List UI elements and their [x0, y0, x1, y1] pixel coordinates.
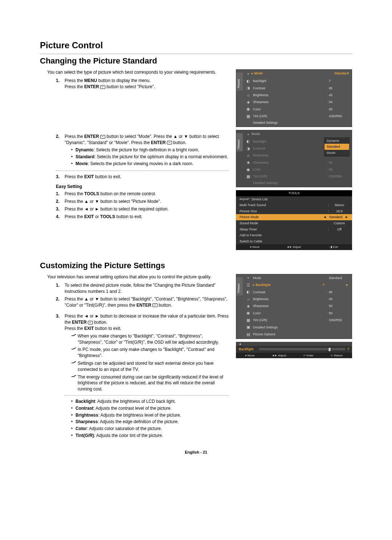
mode-dropdown[interactable]: Dynamic Standard Movie	[324, 138, 350, 156]
tint-row[interactable]: ▦Tint (G/R): G50/R50	[236, 113, 352, 120]
detailed-row[interactable]: Detailed Settings	[236, 120, 352, 126]
svg-text:Picture: Picture	[237, 79, 240, 88]
section2-intro: Your television has several setting opti…	[47, 274, 229, 280]
osd-backlight-selected: Picture ▪Mode: Standard ☰▸ Backlight: 7►…	[236, 274, 352, 339]
dropdown-dynamic[interactable]: Dynamic	[324, 138, 349, 144]
dropdown-movie[interactable]: Movie	[324, 150, 349, 156]
sleep-row[interactable]: Sleep Timer:Off	[236, 226, 352, 233]
picsize-row[interactable]: Picture Size:16:9	[236, 208, 352, 214]
osd-picture-menu: Picture ▪▸ Mode:Standard ◐Backlight: 7 ◑…	[236, 69, 352, 127]
section2-body: Your television has several setting opti…	[40, 274, 352, 441]
device-list-row[interactable]: Anynet⁺Device List	[236, 196, 352, 202]
picture-tab: Picture	[236, 73, 243, 91]
soundmode-row[interactable]: Sound ModeCustom	[236, 220, 352, 226]
page: Picture Control Changing the Picture Sta…	[40, 39, 352, 455]
enter-icon: ↵	[167, 141, 172, 144]
note-icon	[71, 360, 78, 373]
page-footer: English - 21	[40, 450, 352, 455]
enter-icon: ↵	[100, 85, 105, 89]
dropdown-standard[interactable]: Standard	[324, 144, 349, 150]
section1-heading: Changing the Picture Standard	[40, 56, 352, 67]
step-3: 3.Press the EXIT button to exit.	[56, 174, 229, 180]
mode-header[interactable]: ▪▸ Mode:Standard	[236, 70, 352, 77]
picmode-row[interactable]: Picture Mode◄Standard►	[236, 214, 352, 220]
enter-icon: ↵	[100, 135, 105, 139]
main-title: Picture Control	[40, 39, 352, 52]
fav-row[interactable]: Add to Favorite	[236, 232, 352, 238]
step-1: 1.Press the MENU button to display the m…	[56, 78, 229, 90]
backlight-slider[interactable]: ▲ Backlight7 ♦ Move ◄► Adjust ↵ Enter ↩ …	[236, 342, 352, 358]
contrast-row[interactable]: ◑Contrast: 95	[236, 85, 352, 91]
svg-text:Picture: Picture	[237, 283, 240, 292]
osd-mode-popup: Picture ▪Mode ◐Backlight ◑Contrast ☼Brig…	[236, 130, 352, 187]
color-row[interactable]: ◉Color: 50	[236, 106, 352, 112]
sharpness-row[interactable]: ◈Sharpness: 50	[236, 99, 352, 106]
divider	[40, 54, 352, 54]
note-icon	[71, 333, 78, 345]
step-2: 2.Press the ENTER ↵ button to select "Mo…	[56, 134, 229, 146]
backlight-selected-row[interactable]: ☰▸ Backlight: 7►	[236, 282, 352, 289]
section1-body: You can select the type of picture which…	[40, 69, 352, 253]
slider-track[interactable]	[259, 348, 345, 350]
section2-heading: Customizing the Picture Settings	[40, 260, 352, 271]
cable-row[interactable]: Switch to Cable	[236, 238, 352, 245]
enter-icon: ↵	[88, 321, 93, 324]
enter-icon: ↵	[152, 303, 158, 307]
svg-text:Picture: Picture	[237, 139, 240, 148]
mts-row[interactable]: Multi-Track Sound:Stereo	[236, 202, 352, 208]
backlight-row[interactable]: ◐Backlight: 7	[236, 78, 352, 85]
tools-title: TOOLS	[236, 190, 352, 196]
brightness-row[interactable]: ☼Brightness: 45	[236, 92, 352, 99]
note-icon	[71, 374, 78, 392]
section1-intro: You can select the type of picture which…	[47, 69, 229, 75]
tools-menu: TOOLS Anynet⁺Device List Multi-Track Sou…	[236, 190, 352, 250]
easy-setting-heading: Easy Setting	[56, 184, 229, 190]
note-icon	[71, 347, 78, 359]
